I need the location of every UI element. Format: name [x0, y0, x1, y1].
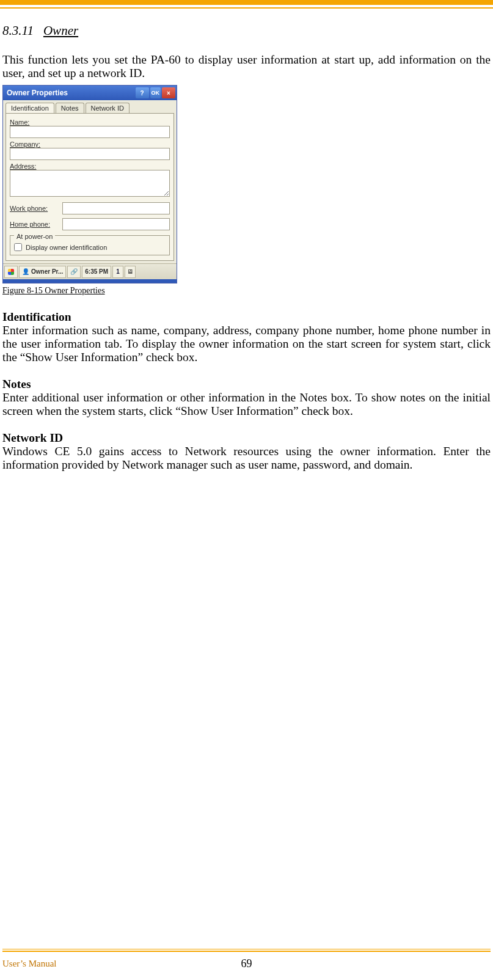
header-bar-thick — [0, 0, 493, 5]
poweron-fieldset: At power-on Display owner identification — [10, 235, 170, 255]
start-button[interactable] — [4, 266, 18, 278]
identification-heading: Identification — [2, 310, 491, 324]
taskbar-clock[interactable]: 6:35 PM — [82, 266, 111, 278]
page-footer: User’s Manual 69 — [2, 959, 491, 969]
connection-icon: 🔗 — [70, 268, 78, 275]
footer-label: User’s Manual — [2, 959, 56, 969]
tab-body: Name: Company: Address: Work phone: Home… — [5, 113, 174, 261]
close-button[interactable]: × — [162, 87, 175, 98]
person-icon: 👤 — [22, 268, 29, 275]
intro-paragraph: This function lets you set the PA-60 to … — [2, 53, 491, 80]
taskbar-tray-icon[interactable]: 🖥 — [125, 266, 136, 278]
tabstrip: Identification Notes Network ID — [3, 100, 177, 113]
figure-caption: Figure 8-15 Owner Properties — [2, 286, 491, 296]
networkid-paragraph: Windows CE 5.0 gains access to Network r… — [2, 445, 491, 472]
tab-notes[interactable]: Notes — [56, 103, 84, 113]
networkid-heading: Network ID — [2, 431, 491, 445]
section-name: Owner — [43, 23, 78, 38]
owner-properties-window: Owner Properties ? OK × Identification N… — [2, 85, 177, 283]
display-owner-checkbox[interactable] — [14, 243, 22, 251]
footer-rule-thick — [2, 951, 491, 952]
taskbar-indicator-1[interactable]: 1 — [112, 266, 123, 278]
notes-paragraph: Enter additional user information or oth… — [2, 391, 491, 418]
label-work-phone: Work phone: — [10, 205, 59, 212]
desktop-icon: 🖥 — [127, 268, 133, 275]
titlebar: Owner Properties ? OK × — [3, 86, 177, 100]
home-phone-input[interactable] — [62, 218, 170, 230]
help-button[interactable]: ? — [136, 87, 149, 98]
tab-network-id[interactable]: Network ID — [86, 103, 130, 113]
ok-button[interactable]: OK — [150, 87, 161, 98]
name-input[interactable] — [10, 126, 170, 138]
address-input[interactable] — [10, 170, 170, 197]
footer-rule-thin — [2, 949, 491, 949]
page-content: 8.3.11Owner This function lets you set t… — [0, 9, 493, 472]
section-number: 8.3.11 — [2, 23, 34, 38]
window-title: Owner Properties — [7, 89, 134, 97]
work-phone-input[interactable] — [62, 202, 170, 214]
notes-heading: Notes — [2, 378, 491, 391]
poweron-legend: At power-on — [14, 233, 55, 240]
taskbar-connection-item[interactable]: 🔗 — [67, 266, 81, 278]
taskbar-owner-label: Owner Pr... — [31, 268, 63, 275]
label-address: Address: — [10, 163, 170, 170]
label-company: Company: — [10, 141, 170, 148]
section-title: 8.3.11Owner — [2, 23, 491, 38]
label-name: Name: — [10, 119, 170, 126]
taskbar-owner-item[interactable]: 👤 Owner Pr... — [19, 266, 66, 278]
window-bottom-border — [3, 279, 177, 283]
windows-flag-icon — [8, 269, 14, 275]
display-owner-label: Display owner identification — [26, 244, 107, 251]
taskbar: 👤 Owner Pr... 🔗 6:35 PM 1 🖥 — [3, 263, 177, 279]
company-input[interactable] — [10, 148, 170, 160]
page-number: 69 — [241, 957, 252, 970]
label-home-phone: Home phone: — [10, 221, 59, 228]
tab-identification[interactable]: Identification — [5, 103, 54, 113]
identification-paragraph: Enter information such as name, company,… — [2, 324, 491, 364]
